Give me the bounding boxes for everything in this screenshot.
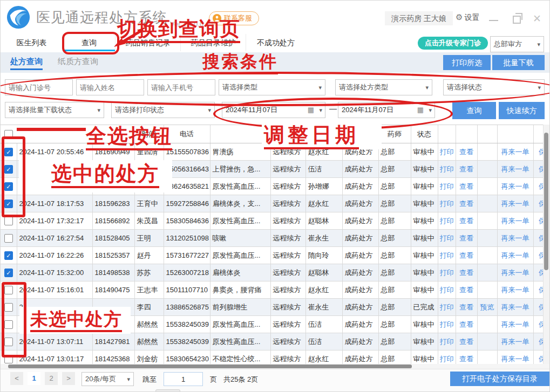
print-link[interactable]: 打印 [440, 200, 454, 208]
more-link[interactable]: 保 [539, 251, 543, 259]
row-checkbox[interactable] [4, 217, 13, 225]
print-link[interactable]: 打印 [440, 355, 454, 363]
vertical-scrollbar[interactable] [543, 125, 549, 364]
print-link[interactable]: 打印 [440, 234, 454, 242]
print-selected-button[interactable]: 打印所选 [443, 55, 491, 70]
more-link[interactable]: 保 [539, 286, 543, 294]
view-link[interactable]: 查看 [459, 286, 473, 294]
subtab-paper-query[interactable]: 纸质方查询 [58, 57, 98, 67]
cell-patient-name: 郝然然 [134, 333, 164, 350]
cell-diagnosis: 咳嗽 [210, 230, 270, 247]
horizontal-scrollbar[interactable] [1, 364, 550, 369]
print-link[interactable]: 打印 [440, 217, 454, 225]
view-link[interactable]: 查看 [459, 251, 473, 259]
open-rx-directory-button[interactable]: 打开电子处方保存目录 [450, 372, 549, 386]
reorder-link[interactable]: 再来一单 [501, 303, 529, 311]
tab-failed-rx[interactable]: 不成功处方 [246, 34, 305, 51]
more-link[interactable]: 保 [539, 217, 543, 225]
audit-mode-select[interactable]: 总部审方▾ [490, 36, 544, 52]
reorder-link[interactable]: 再来一单 [501, 320, 529, 328]
cell-pharmacist: 总部 [378, 195, 411, 212]
close-icon[interactable]: ✕ [533, 12, 541, 25]
cell-visit-id: 181490475 [92, 281, 134, 299]
view-link[interactable]: 查看 [459, 165, 473, 173]
reorder-link[interactable]: 再来一单 [501, 355, 529, 363]
view-link[interactable]: 查看 [459, 269, 473, 277]
more-link[interactable]: 保 [539, 165, 543, 173]
row-checkbox[interactable]: ✓ [4, 251, 13, 260]
more-link[interactable]: 保 [539, 148, 543, 156]
row-checkbox[interactable]: ✓ [4, 269, 13, 277]
view-link[interactable]: 查看 [459, 148, 473, 156]
more-link[interactable]: 保 [539, 303, 543, 311]
next-page-button[interactable]: > [62, 372, 75, 385]
settings-button[interactable]: ⚙设置 [456, 12, 479, 23]
cell-pharmacist: 总部 [378, 264, 411, 281]
restore-icon[interactable] [513, 16, 521, 24]
view-link[interactable]: 查看 [459, 217, 473, 225]
quick-renew-button[interactable]: 快速续方 [499, 102, 545, 119]
view-link[interactable]: 查看 [459, 338, 473, 346]
more-link[interactable]: 保 [539, 200, 543, 208]
batch-download-button[interactable]: 批量下载 [492, 55, 545, 70]
cell-time: 2024-11-07 13:01:17 [17, 350, 92, 365]
per-page-select[interactable]: 20条/每页▾ [82, 372, 134, 386]
row-checkbox[interactable] [4, 234, 13, 243]
reorder-link[interactable]: 再来一单 [501, 217, 529, 225]
cell-pharmacist: 总部 [378, 178, 411, 195]
print-link[interactable]: 打印 [440, 251, 454, 259]
reorder-link[interactable]: 再来一单 [501, 182, 529, 190]
upgrade-expert-button[interactable]: 点击升级专家门诊 [418, 37, 488, 50]
tab-doctor-list[interactable]: 医生列表 [1, 34, 63, 51]
user-badge[interactable]: 演示药房 王大娘 [385, 11, 453, 25]
preview-link[interactable]: 预览 [480, 303, 494, 311]
print-link[interactable]: 打印 [440, 182, 454, 190]
jump-page-input[interactable] [164, 372, 203, 386]
more-link[interactable]: 保 [539, 355, 543, 363]
more-link[interactable]: 保 [539, 182, 543, 190]
more-link[interactable]: 保 [539, 320, 543, 328]
cell-visit-id: 181525357 [92, 247, 134, 264]
view-link[interactable]: 查看 [459, 200, 473, 208]
annotation-search: 搜索条件 [202, 53, 278, 74]
print-link[interactable]: 打印 [440, 148, 454, 156]
view-link[interactable]: 查看 [459, 320, 473, 328]
print-link[interactable]: 打印 [440, 165, 454, 173]
reorder-link[interactable]: 再来一单 [501, 148, 529, 156]
page-1-button[interactable]: 1 [28, 372, 40, 385]
reorder-link[interactable]: 再来一单 [501, 200, 529, 208]
vertical-scrollbar-thumb[interactable] [544, 133, 548, 270]
print-link[interactable]: 打印 [440, 320, 454, 328]
reorder-link[interactable]: 再来一单 [501, 251, 529, 259]
cell-phone: 15263007218 [164, 264, 210, 281]
cell-rx-type: 成药处方 [342, 316, 378, 333]
cell-status: 审核中 [411, 230, 438, 247]
print-link[interactable]: 打印 [440, 303, 454, 311]
reorder-link[interactable]: 再来一单 [501, 234, 529, 242]
view-link[interactable]: 查看 [459, 303, 473, 311]
horizontal-scrollbar-thumb[interactable] [8, 365, 412, 368]
prev-page-button[interactable]: < [10, 372, 23, 385]
minimize-icon[interactable] [489, 20, 498, 21]
batch-status-select[interactable]: 请选择批量下载状态▾ [5, 102, 104, 118]
print-link[interactable]: 打印 [440, 338, 454, 346]
view-link[interactable]: 查看 [459, 234, 473, 242]
cell-doctor: 赵永红 [305, 195, 342, 212]
cell-rx-type: 成药处方 [342, 178, 378, 195]
print-link[interactable]: 打印 [440, 286, 454, 294]
cell-rx-type: 成药处方 [342, 299, 378, 316]
reorder-link[interactable]: 再来一单 [501, 165, 529, 173]
query-button[interactable]: 查询 [452, 102, 496, 119]
view-link[interactable]: 查看 [459, 182, 473, 190]
more-link[interactable]: 保 [539, 234, 543, 242]
reorder-link[interactable]: 再来一单 [501, 286, 529, 294]
print-link[interactable]: 打印 [440, 269, 454, 277]
more-link[interactable]: 保 [539, 269, 543, 277]
more-link[interactable]: 保 [539, 338, 543, 346]
reorder-link[interactable]: 再来一单 [501, 338, 529, 346]
page-2-button[interactable]: 2 [45, 372, 58, 385]
subtab-rx-query[interactable]: 处方查询 [10, 57, 43, 70]
view-link[interactable]: 查看 [459, 355, 473, 363]
cell-time: 2024-11-07 16:22:26 [17, 247, 92, 264]
reorder-link[interactable]: 再来一单 [501, 269, 529, 277]
